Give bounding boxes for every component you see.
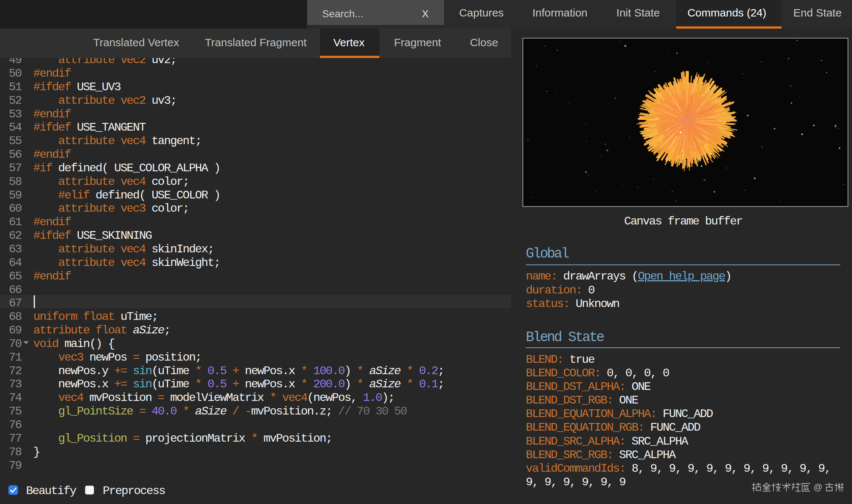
svg-text:@: @ (813, 482, 822, 492)
